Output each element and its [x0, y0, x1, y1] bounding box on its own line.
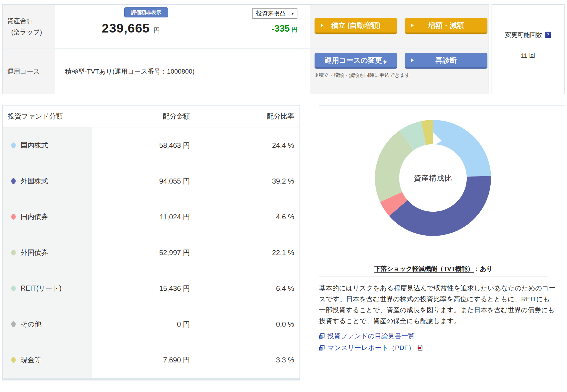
- course-label-cell: 運用コース: [3, 49, 55, 94]
- pdf-file-icon: [418, 345, 423, 351]
- allocation-ratio: 0.0 %: [192, 320, 299, 328]
- fund-category-cell: REIT(リート): [3, 270, 92, 306]
- prospectus-link-text: 投資ファンドの目論見書一覧: [327, 331, 415, 341]
- zougaku-button-label: 増額・減額: [429, 21, 464, 30]
- category-color-dot: [11, 357, 16, 363]
- fund-category-label: REIT(リート): [21, 284, 62, 293]
- total-asset-number: 239,665: [102, 21, 150, 35]
- tsumitate-button-label: 積立 (自動増額): [331, 21, 381, 30]
- fund-category-cell: 国内債券: [3, 199, 92, 235]
- table-body: 国内株式58,463 円24.4 %外国株式94,055 円39.2 %国内債券…: [3, 127, 299, 378]
- course-actions-area: 運用コースの変更※ 再診断 ※積立・増額・減額も同時に申込できます: [310, 49, 489, 94]
- portfolio-chart-column: 資産構成比 下落ショック軽減機能（TVT機能）：あり 基本的にはリスクをある程度…: [319, 105, 565, 380]
- fund-allocation-table: 投資ファンド分類 配分金額 配分比率 国内株式58,463 円24.4 %外国株…: [2, 105, 300, 380]
- category-color-dot: [11, 286, 16, 291]
- allocation-section: 投資ファンド分類 配分金額 配分比率 国内株式58,463 円24.4 %外国株…: [2, 105, 565, 380]
- help-icon[interactable]: ?: [545, 32, 551, 38]
- table-row: REIT(リート)15,436 円6.4 %: [3, 270, 299, 306]
- monthly-report-link-text: マンスリーレポート（PDF）: [327, 343, 415, 352]
- arrow-right-icon: [411, 59, 414, 62]
- asset-total-sublabel: (楽ラップ): [7, 27, 55, 38]
- account-summary-section: 資産合計 (楽ラップ) 評価額非表示 239,665円 投資来損益 ▼ -3: [2, 4, 565, 94]
- category-color-dot: [11, 142, 16, 148]
- category-color-dot: [11, 214, 16, 220]
- prospectus-link[interactable]: 投資ファンドの目論見書一覧: [319, 331, 565, 341]
- asset-total-row: 資産合計 (楽ラップ) 評価額非表示 239,665円 投資来損益 ▼ -3: [3, 5, 489, 49]
- change-count-label: 変更可能回数: [505, 31, 542, 39]
- fund-category-label: その他: [21, 320, 41, 329]
- fund-category-label: 現金等: [21, 355, 41, 365]
- rediagnosis-label: 再診断: [436, 56, 457, 65]
- fund-category-cell: 外国株式: [3, 163, 92, 199]
- allocation-amount: 0 円: [92, 320, 192, 329]
- profit-loss-value: -335円: [271, 23, 297, 34]
- profit-loss-column: 投資来損益 ▼ -335円: [211, 5, 310, 48]
- tvt-function-box: 下落ショック軽減機能（TVT機能）：あり: [319, 261, 548, 276]
- allocation-ratio: 3.3 %: [192, 356, 299, 364]
- profit-loss-dropdown[interactable]: 投資来損益 ▼: [252, 8, 297, 19]
- allocation-ratio: 24.4 %: [192, 141, 299, 150]
- category-color-dot: [11, 178, 16, 184]
- fund-category-cell: その他: [3, 306, 92, 342]
- window-icon: [319, 345, 325, 351]
- fund-category-cell: 国内株式: [3, 127, 92, 163]
- tsumitate-button[interactable]: 積立 (自動増額): [315, 18, 397, 34]
- summary-box: 資産合計 (楽ラップ) 評価額非表示 239,665円 投資来損益 ▼ -3: [2, 4, 489, 94]
- table-row: 現金等7,690 円3.3 %: [3, 342, 299, 378]
- arrow-right-icon: [325, 59, 328, 62]
- course-content: 積極型-TVTあり(運用コース番号：1000800): [57, 49, 310, 94]
- asset-total-label-cell: 資産合計 (楽ラップ): [3, 5, 55, 48]
- arrow-right-icon: [411, 24, 414, 27]
- table-row: 国内債券11,024 円4.6 %: [3, 199, 299, 235]
- total-asset-unit: 円: [153, 27, 160, 34]
- profit-loss-unit: 円: [291, 26, 297, 33]
- course-value: 積極型-TVTあり(運用コース番号：1000800): [57, 67, 194, 76]
- table-row: 国内株式58,463 円24.4 %: [3, 127, 299, 163]
- category-color-dot: [11, 250, 16, 255]
- zougaku-gengaku-button[interactable]: 増額・減額: [405, 18, 487, 34]
- fund-category-cell: 現金等: [3, 342, 92, 378]
- hide-valuation-button[interactable]: 評価額非表示: [124, 7, 168, 17]
- course-change-mark: ※: [383, 60, 387, 65]
- fund-category-label: 外国株式: [21, 176, 48, 186]
- course-change-button[interactable]: 運用コースの変更※: [315, 53, 397, 69]
- allocation-amount: 94,055 円: [92, 176, 192, 186]
- course-row: 運用コース 積極型-TVTあり(運用コース番号：1000800) 運用コースの変…: [3, 49, 489, 94]
- rediagnosis-button[interactable]: 再診断: [405, 53, 487, 69]
- allocation-amount: 15,436 円: [92, 284, 192, 293]
- monthly-report-link[interactable]: マンスリーレポート（PDF）: [319, 343, 565, 352]
- window-icon: [319, 333, 325, 339]
- tvt-title: 下落ショック軽減機能（TVT機能）: [374, 265, 474, 272]
- fund-category-label: 国内債券: [21, 212, 48, 221]
- header-allocation-amount: 配分金額: [92, 112, 192, 121]
- table-header-row: 投資ファンド分類 配分金額 配分比率: [3, 106, 299, 127]
- allocation-ratio: 4.6 %: [192, 213, 299, 221]
- profit-loss-dropdown-value: 投資来損益: [256, 9, 286, 17]
- arrow-right-icon: [321, 24, 323, 27]
- table-row: その他0 円0.0 %: [3, 306, 299, 342]
- fund-category-label: 国内株式: [21, 141, 48, 150]
- table-row: 外国債券52,997 円22.1 %: [3, 235, 299, 270]
- allocation-amount: 52,997 円: [92, 248, 192, 257]
- asset-amount-column: 評価額非表示 239,665円: [57, 5, 211, 48]
- total-asset-amount: 239,665円: [57, 21, 205, 35]
- course-row-label: 運用コース: [7, 66, 55, 77]
- header-fund-category: 投資ファンド分類: [3, 112, 92, 121]
- category-color-dot: [11, 321, 16, 327]
- fund-category-label: 外国債券: [21, 248, 48, 257]
- course-change-label: 運用コースの変更: [325, 56, 382, 65]
- allocation-amount: 58,463 円: [92, 141, 192, 150]
- asset-composition-donut-chart: 資産構成比: [372, 117, 494, 239]
- asset-total-content: 評価額非表示 239,665円 投資来損益 ▼ -335円: [57, 5, 310, 48]
- fund-category-cell: 外国債券: [3, 235, 92, 270]
- simultaneous-note: ※積立・増額・減額も同時に申込できます: [315, 72, 489, 79]
- allocation-ratio: 39.2 %: [192, 177, 299, 185]
- course-description: 基本的にはリスクをある程度見込んで収益性を追求したいあなたのためのコースです。日…: [319, 283, 556, 327]
- allocation-ratio: 6.4 %: [192, 284, 299, 293]
- allocation-amount: 11,024 円: [92, 212, 192, 222]
- donut-center-label: 資産構成比: [414, 173, 452, 183]
- chevron-down-icon: ▼: [291, 12, 294, 16]
- header-allocation-ratio: 配分比率: [192, 112, 299, 121]
- tvt-status: ：あり: [474, 265, 493, 272]
- allocation-amount: 7,690 円: [92, 355, 192, 365]
